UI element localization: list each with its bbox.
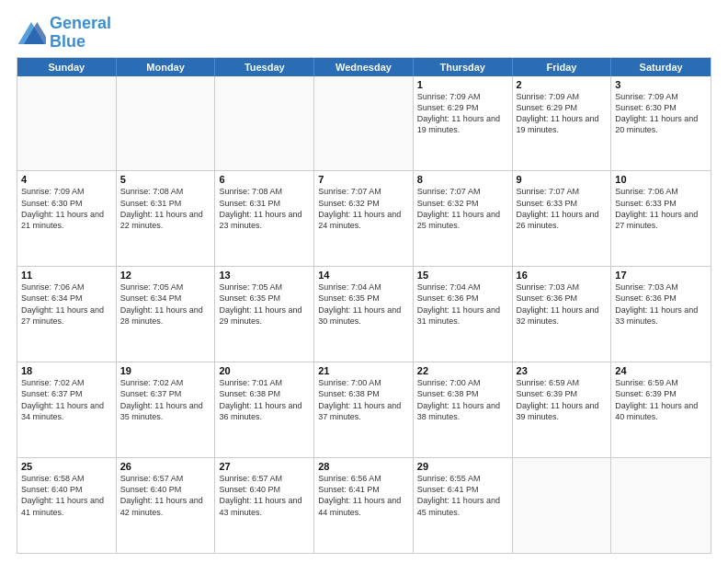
weekday-header-sunday: Sunday <box>17 58 117 76</box>
weekday-header-wednesday: Wednesday <box>314 58 414 76</box>
day-number: 9 <box>517 174 608 185</box>
cell-info: Sunrise: 7:02 AM Sunset: 6:37 PM Dayligh… <box>21 377 112 422</box>
cal-cell: 25Sunrise: 6:58 AM Sunset: 6:40 PM Dayli… <box>17 458 117 553</box>
cal-cell: 13Sunrise: 7:05 AM Sunset: 6:35 PM Dayli… <box>215 267 314 362</box>
cal-cell <box>314 76 414 171</box>
cal-cell: 12Sunrise: 7:05 AM Sunset: 6:34 PM Dayli… <box>117 267 216 362</box>
cal-cell: 14Sunrise: 7:04 AM Sunset: 6:35 PM Dayli… <box>314 267 414 362</box>
cell-info: Sunrise: 6:59 AM Sunset: 6:39 PM Dayligh… <box>517 377 608 422</box>
cell-info: Sunrise: 7:07 AM Sunset: 6:32 PM Dayligh… <box>417 186 508 231</box>
cal-cell: 19Sunrise: 7:02 AM Sunset: 6:37 PM Dayli… <box>117 362 216 457</box>
week-row-3: 11Sunrise: 7:06 AM Sunset: 6:34 PM Dayli… <box>17 267 711 362</box>
day-number: 16 <box>517 270 608 281</box>
cell-info: Sunrise: 7:04 AM Sunset: 6:35 PM Dayligh… <box>318 282 409 327</box>
cell-info: Sunrise: 7:01 AM Sunset: 6:38 PM Dayligh… <box>219 377 310 422</box>
logo-text: General Blue <box>50 15 111 52</box>
cell-info: Sunrise: 6:59 AM Sunset: 6:39 PM Dayligh… <box>615 377 707 422</box>
cell-info: Sunrise: 7:09 AM Sunset: 6:29 PM Dayligh… <box>517 91 608 136</box>
day-number: 17 <box>615 270 707 281</box>
day-number: 5 <box>120 174 211 185</box>
cal-cell: 28Sunrise: 6:56 AM Sunset: 6:41 PM Dayli… <box>314 458 414 553</box>
cal-cell: 22Sunrise: 7:00 AM Sunset: 6:38 PM Dayli… <box>414 362 513 457</box>
week-row-4: 18Sunrise: 7:02 AM Sunset: 6:37 PM Dayli… <box>17 362 711 458</box>
cal-cell: 20Sunrise: 7:01 AM Sunset: 6:38 PM Dayli… <box>215 362 314 457</box>
day-number: 10 <box>615 174 707 185</box>
cell-info: Sunrise: 7:05 AM Sunset: 6:35 PM Dayligh… <box>219 282 310 327</box>
cell-info: Sunrise: 7:07 AM Sunset: 6:32 PM Dayligh… <box>318 186 409 231</box>
day-number: 13 <box>219 270 310 281</box>
day-number: 2 <box>517 79 608 90</box>
cell-info: Sunrise: 7:06 AM Sunset: 6:34 PM Dayligh… <box>21 282 112 327</box>
cell-info: Sunrise: 6:57 AM Sunset: 6:40 PM Dayligh… <box>120 473 211 518</box>
weekday-header-tuesday: Tuesday <box>215 58 314 76</box>
cal-cell: 21Sunrise: 7:00 AM Sunset: 6:38 PM Dayli… <box>314 362 414 457</box>
day-number: 24 <box>615 365 707 376</box>
calendar: SundayMondayTuesdayWednesdayThursdayFrid… <box>17 57 711 554</box>
week-row-2: 4Sunrise: 7:09 AM Sunset: 6:30 PM Daylig… <box>17 171 711 267</box>
cal-cell: 5Sunrise: 7:08 AM Sunset: 6:31 PM Daylig… <box>117 171 216 266</box>
cal-cell <box>215 76 314 171</box>
cal-cell: 9Sunrise: 7:07 AM Sunset: 6:33 PM Daylig… <box>513 171 612 266</box>
cal-cell: 7Sunrise: 7:07 AM Sunset: 6:32 PM Daylig… <box>314 171 414 266</box>
cal-cell <box>611 458 711 553</box>
day-number: 6 <box>219 174 310 185</box>
day-number: 11 <box>21 270 112 281</box>
day-number: 14 <box>318 270 409 281</box>
cal-cell: 24Sunrise: 6:59 AM Sunset: 6:39 PM Dayli… <box>611 362 711 457</box>
weekday-header-saturday: Saturday <box>611 58 711 76</box>
page: General Blue SundayMondayTuesdayWednesda… <box>0 0 728 563</box>
cell-info: Sunrise: 6:58 AM Sunset: 6:40 PM Dayligh… <box>21 473 112 518</box>
weekday-header-thursday: Thursday <box>414 58 513 76</box>
cell-info: Sunrise: 7:00 AM Sunset: 6:38 PM Dayligh… <box>318 377 409 422</box>
cal-cell <box>117 76 216 171</box>
cell-info: Sunrise: 7:08 AM Sunset: 6:31 PM Dayligh… <box>120 186 211 231</box>
cal-cell: 26Sunrise: 6:57 AM Sunset: 6:40 PM Dayli… <box>117 458 216 553</box>
weekday-header-monday: Monday <box>117 58 216 76</box>
cal-cell: 6Sunrise: 7:08 AM Sunset: 6:31 PM Daylig… <box>215 171 314 266</box>
cell-info: Sunrise: 7:09 AM Sunset: 6:30 PM Dayligh… <box>615 91 707 136</box>
day-number: 28 <box>318 461 409 472</box>
weekday-header-friday: Friday <box>513 58 612 76</box>
cell-info: Sunrise: 7:09 AM Sunset: 6:30 PM Dayligh… <box>21 186 112 231</box>
cal-cell: 10Sunrise: 7:06 AM Sunset: 6:33 PM Dayli… <box>611 171 711 266</box>
cell-info: Sunrise: 7:03 AM Sunset: 6:36 PM Dayligh… <box>517 282 608 327</box>
cell-info: Sunrise: 7:09 AM Sunset: 6:29 PM Dayligh… <box>417 91 508 136</box>
day-number: 3 <box>615 79 707 90</box>
day-number: 21 <box>318 365 409 376</box>
cell-info: Sunrise: 7:08 AM Sunset: 6:31 PM Dayligh… <box>219 186 310 231</box>
cal-cell: 4Sunrise: 7:09 AM Sunset: 6:30 PM Daylig… <box>17 171 117 266</box>
calendar-header: SundayMondayTuesdayWednesdayThursdayFrid… <box>17 58 711 76</box>
day-number: 20 <box>219 365 310 376</box>
cell-info: Sunrise: 7:05 AM Sunset: 6:34 PM Dayligh… <box>120 282 211 327</box>
cal-cell: 2Sunrise: 7:09 AM Sunset: 6:29 PM Daylig… <box>513 76 612 171</box>
cal-cell: 27Sunrise: 6:57 AM Sunset: 6:40 PM Dayli… <box>215 458 314 553</box>
logo: General Blue <box>17 15 111 52</box>
day-number: 1 <box>417 79 508 90</box>
cal-cell: 23Sunrise: 6:59 AM Sunset: 6:39 PM Dayli… <box>513 362 612 457</box>
cal-cell: 11Sunrise: 7:06 AM Sunset: 6:34 PM Dayli… <box>17 267 117 362</box>
cal-cell <box>513 458 612 553</box>
day-number: 4 <box>21 174 112 185</box>
calendar-body: 1Sunrise: 7:09 AM Sunset: 6:29 PM Daylig… <box>17 76 711 553</box>
day-number: 27 <box>219 461 310 472</box>
day-number: 22 <box>417 365 508 376</box>
cal-cell: 29Sunrise: 6:55 AM Sunset: 6:41 PM Dayli… <box>414 458 513 553</box>
cal-cell: 1Sunrise: 7:09 AM Sunset: 6:29 PM Daylig… <box>414 76 513 171</box>
cell-info: Sunrise: 6:56 AM Sunset: 6:41 PM Dayligh… <box>318 473 409 518</box>
header: General Blue <box>17 15 711 52</box>
day-number: 23 <box>517 365 608 376</box>
day-number: 26 <box>120 461 211 472</box>
day-number: 29 <box>417 461 508 472</box>
logo-icon <box>17 20 46 46</box>
week-row-1: 1Sunrise: 7:09 AM Sunset: 6:29 PM Daylig… <box>17 76 711 172</box>
cell-info: Sunrise: 7:00 AM Sunset: 6:38 PM Dayligh… <box>417 377 508 422</box>
cell-info: Sunrise: 7:03 AM Sunset: 6:36 PM Dayligh… <box>615 282 707 327</box>
cell-info: Sunrise: 7:06 AM Sunset: 6:33 PM Dayligh… <box>615 186 707 231</box>
cal-cell: 16Sunrise: 7:03 AM Sunset: 6:36 PM Dayli… <box>513 267 612 362</box>
week-row-5: 25Sunrise: 6:58 AM Sunset: 6:40 PM Dayli… <box>17 458 711 553</box>
day-number: 25 <box>21 461 112 472</box>
day-number: 15 <box>417 270 508 281</box>
cal-cell <box>17 76 117 171</box>
cell-info: Sunrise: 7:07 AM Sunset: 6:33 PM Dayligh… <box>517 186 608 231</box>
cell-info: Sunrise: 6:55 AM Sunset: 6:41 PM Dayligh… <box>417 473 508 518</box>
